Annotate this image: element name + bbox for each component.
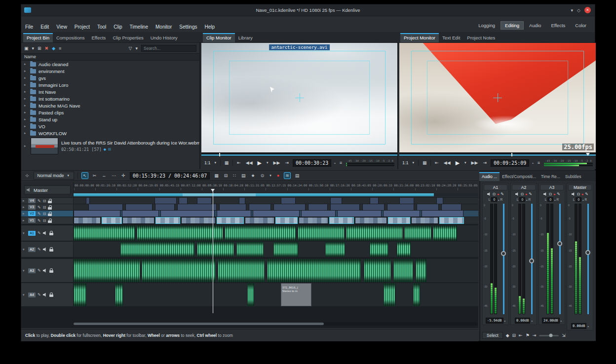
spin-icon[interactable]: ▴ <box>582 198 584 201</box>
monitor-target-icon[interactable]: ⊙ <box>260 173 266 179</box>
video-clip[interactable] <box>122 217 154 224</box>
chevron-icon[interactable]: ▸ <box>23 199 26 203</box>
resize-grip-icon[interactable]: ⇲ <box>562 333 566 338</box>
audio-clip[interactable] <box>298 225 345 241</box>
chevron-icon[interactable]: ▸ <box>23 212 26 216</box>
audio-clip[interactable] <box>74 225 135 241</box>
audio-clip[interactable] <box>413 283 420 306</box>
filter-caret-icon[interactable]: ▾ <box>135 46 138 51</box>
tab-effects[interactable]: Effects <box>88 33 110 42</box>
track-tag[interactable]: V4 <box>28 198 36 203</box>
delete-icon[interactable]: ✖ <box>45 46 49 51</box>
search-input[interactable] <box>141 45 196 52</box>
chevron-icon[interactable]: ▸ <box>23 205 26 209</box>
video-clip[interactable] <box>362 204 385 210</box>
timeline-master-button[interactable]: Master <box>24 185 71 194</box>
record-icon[interactable]: ● <box>553 192 555 196</box>
zone-out-icon[interactable]: ⇥ <box>533 333 537 338</box>
record-icon[interactable]: ● <box>525 192 527 196</box>
chevron-right-icon[interactable]: ▸ <box>24 110 28 114</box>
clip-monitor-seekbar[interactable] <box>201 152 397 156</box>
video-clip[interactable] <box>217 211 251 217</box>
overwrite-icon[interactable]: ⊟ <box>512 333 516 338</box>
workspace-color[interactable]: Color <box>571 21 591 30</box>
spin-icon[interactable]: ▴ <box>587 325 589 328</box>
track-lane-v2[interactable] <box>74 211 478 217</box>
timeline-edit-icon[interactable]: ✎ <box>38 212 41 216</box>
project-monitor-seekbar[interactable] <box>399 152 596 156</box>
chevron-icon[interactable]: ▾ <box>23 248 26 252</box>
record-icon[interactable]: ● <box>497 192 499 196</box>
video-clip[interactable] <box>219 204 246 210</box>
video-clip[interactable] <box>281 198 296 204</box>
balance-value[interactable]: 0 <box>576 197 581 202</box>
add-clip-icon[interactable]: ▣ <box>24 46 29 51</box>
track-header-v1[interactable]: ▸V1✎⊟ <box>21 217 74 224</box>
more-tools-icon[interactable]: ⋯ <box>111 173 117 179</box>
speaker-icon[interactable] <box>43 293 47 297</box>
track-lane-v1[interactable] <box>74 217 478 224</box>
video-clip[interactable] <box>383 211 420 217</box>
select-button[interactable]: Select <box>482 332 503 339</box>
menu-edit[interactable]: Edit <box>40 24 49 30</box>
tag-icon[interactable]: ◆ <box>52 46 55 51</box>
tab-clip-properties[interactable]: Clip Properties <box>109 33 147 42</box>
fader-handle[interactable] <box>529 258 534 263</box>
titlebar[interactable]: Nave_01c.kdenlive */ HD 1080i 25 fps — K… <box>21 4 595 16</box>
chevron-right-icon[interactable]: ▸ <box>24 90 28 94</box>
volume-fader[interactable] <box>557 204 563 314</box>
guides-icon[interactable]: ▦ <box>224 160 230 166</box>
audio-clip[interactable]: 372_8616_(Stereo to m <box>281 283 311 306</box>
timeline-edit-icon[interactable]: ✎ <box>38 199 41 203</box>
audio-clip[interactable] <box>433 225 457 241</box>
project-monitor-timecode[interactable]: 00:09:25:09 <box>491 159 529 167</box>
tab-effect-compositi[interactable]: Effect/Compositi... <box>500 172 539 181</box>
video-clip[interactable] <box>217 217 244 224</box>
audio-clip[interactable] <box>384 283 395 306</box>
audio-clip[interactable] <box>404 225 431 241</box>
audio-clip[interactable] <box>416 259 426 282</box>
track-header-a2[interactable]: ▾A2✎ <box>21 242 74 257</box>
solo-icon[interactable]: Ω <box>549 192 552 196</box>
lock-icon[interactable] <box>49 270 53 273</box>
workspace-logging[interactable]: Logging <box>474 21 500 30</box>
video-clip[interactable] <box>299 217 328 224</box>
menu-monitor[interactable]: Monitor <box>155 24 172 30</box>
monitor-menu-icon[interactable]: ≡ <box>537 160 541 166</box>
bin-name-column-header[interactable]: Name <box>21 54 199 61</box>
video-clip[interactable] <box>160 211 215 217</box>
video-clip[interactable] <box>330 204 360 210</box>
timecode-spin-icon[interactable]: ▴ <box>334 161 336 164</box>
balance-value[interactable]: 0 <box>547 197 553 202</box>
bin-folder-row[interactable]: ▸Musiche MAG Nave <box>21 102 199 109</box>
monitor-zoom-level[interactable]: 1:1 <box>204 160 211 165</box>
audio-clip[interactable] <box>218 259 265 282</box>
chevron-icon[interactable]: ▾ <box>23 293 26 297</box>
track-header-v3[interactable]: ▸V3✎⊟ <box>21 204 74 210</box>
video-clip[interactable] <box>249 204 271 210</box>
lock-icon[interactable] <box>49 249 53 252</box>
audio-clip[interactable] <box>370 242 388 257</box>
mute-icon[interactable] <box>572 192 576 196</box>
solo-icon[interactable]: Ω <box>493 192 496 196</box>
menu-help[interactable]: Help <box>205 24 215 30</box>
mute-icon[interactable] <box>487 192 491 196</box>
video-clip[interactable] <box>399 198 414 204</box>
chevron-down-icon[interactable]: ▾ <box>269 173 272 178</box>
video-clip[interactable] <box>253 211 300 217</box>
timeline-edit-icon[interactable]: ✎ <box>38 231 41 235</box>
effects-icon[interactable]: ✎ <box>500 192 504 196</box>
timeline-edit-icon[interactable]: ✎ <box>38 218 41 223</box>
video-clip[interactable] <box>275 217 298 224</box>
track-lane-a2[interactable] <box>74 242 478 257</box>
hide-track-icon[interactable]: ⊟ <box>43 212 46 216</box>
db-value[interactable]: 0.00dB <box>571 323 586 329</box>
tab-compositions[interactable]: Compositions <box>53 33 88 42</box>
volume-fader[interactable] <box>529 204 535 314</box>
menu-project[interactable]: Project <box>75 24 90 30</box>
multicam-tool-icon[interactable]: ✛ <box>120 173 126 179</box>
zone-start-icon[interactable]: ⇤ <box>434 160 440 166</box>
track-lane-v4[interactable] <box>74 198 478 204</box>
video-clip[interactable] <box>74 217 101 224</box>
video-clip[interactable] <box>441 204 461 210</box>
